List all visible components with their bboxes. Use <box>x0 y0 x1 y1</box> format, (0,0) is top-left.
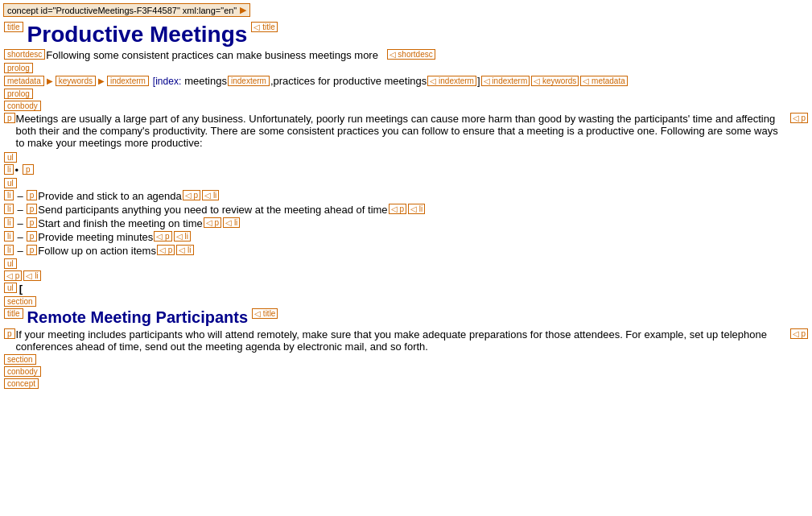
shortdesc-row: shortdesc Following some consistent prac… <box>3 49 809 61</box>
nested-ul-row: ul <box>3 178 809 188</box>
metadata-row: metadata ▶ keywords ▶ indexterm [index: … <box>3 75 809 87</box>
conbody-open-tag: conbody <box>4 101 41 111</box>
section-title-row: title Remote Meeting Participants ◁ titl… <box>3 308 809 327</box>
index-value2: practices for productive meetings <box>274 75 427 87</box>
prolog-open-tag: prolog <box>4 63 33 73</box>
li-first-row: li • p <box>3 164 809 176</box>
shortdesc-open-tag: shortdesc <box>4 49 45 60</box>
shortdesc-text: Following some consistent practices can … <box>46 49 378 61</box>
concept-close-tag: concept <box>4 378 39 389</box>
indexterm-close1: indexterm <box>228 76 270 86</box>
section-close-tag: section <box>4 354 36 365</box>
p-close-4: ◁ p <box>157 245 175 255</box>
list-item-0: li – p Provide and stick to an agenda ◁ … <box>3 190 809 202</box>
p-tag-nested: p <box>23 164 34 175</box>
p-tag-2: p <box>27 217 38 228</box>
li-tag-1: li <box>4 204 14 214</box>
list-item-3: li – p Provide meeting minutes ◁ p ◁ li <box>3 231 809 243</box>
prolog-close-row: prolog <box>3 89 809 99</box>
li-tag-0: li <box>4 190 14 200</box>
p-close-outer: ◁ p <box>4 270 22 281</box>
section2-para: If your meeting includes participants wh… <box>16 328 789 353</box>
prolog-row: prolog <box>3 63 809 73</box>
li-close-1: ◁ li <box>408 204 425 214</box>
li-close-3: ◁ li <box>174 231 191 241</box>
p-tag-4: p <box>27 245 38 255</box>
li-close-outer: ◁ li <box>23 270 40 281</box>
p-close-tag: ◁ p <box>790 113 808 123</box>
li-close-2: ◁ li <box>223 217 240 228</box>
list-item-1: li – p Send participants anything you ne… <box>3 204 809 216</box>
indexterm-open-tag: indexterm <box>107 76 149 86</box>
list-item-text-1: Send participants anything you need to r… <box>38 204 387 216</box>
p-close-3: ◁ p <box>154 231 171 241</box>
list-item-text-0: Provide and stick to an agenda <box>38 190 182 202</box>
indexterm-close4: ◁ indexterm <box>481 76 530 86</box>
shortdesc-close-tag: ◁ shortdesc <box>387 49 435 60</box>
title-open-tag: title <box>4 22 23 32</box>
concept-header-text: concept id="ProductiveMeetings-F3F44587"… <box>7 6 237 15</box>
section-open-row: section <box>3 296 809 307</box>
ul-close-row: ul [ <box>3 283 809 295</box>
section-para-row: p If your meeting includes participants … <box>3 328 809 353</box>
ul-close-tag: ul <box>4 283 17 293</box>
list-item-text-4: Follow up on action items <box>38 245 156 257</box>
section-open-tag: section <box>4 296 36 307</box>
section-close-row: section <box>3 354 809 365</box>
keywords-open-tag: keywords <box>56 76 96 86</box>
title-row: title Productive Meetings ◁ title <box>3 22 809 47</box>
conbody-close-tag: conbody <box>4 366 41 377</box>
ul-open-tag: ul <box>4 152 17 163</box>
p-tag-0: p <box>27 190 38 200</box>
li-open-tag: li <box>4 164 14 175</box>
list-item-text-3: Provide meeting minutes <box>38 231 153 243</box>
metadata-open-tag: metadata <box>4 76 44 86</box>
li-close-4: ◁ li <box>176 245 193 255</box>
li-tag-3: li <box>4 231 14 241</box>
indexterm-close2: ◁ indexterm <box>427 76 476 86</box>
section-title-close-tag: ◁ title <box>252 308 278 319</box>
keywords-close: ◁ keywords <box>531 76 579 86</box>
section2-title: Remote Meeting Participants <box>27 308 249 327</box>
list-item-2: li – p Start and finish the meeting on t… <box>3 217 809 229</box>
nested-ul-close-tag: ul <box>4 258 17 269</box>
para1-text: Meetings are usually a large part of any… <box>16 113 789 149</box>
ul-row: ul <box>3 152 809 163</box>
concept-header: concept id="ProductiveMeetings-F3F44587"… <box>3 3 250 17</box>
p-tag-3: p <box>27 231 38 241</box>
li-close-0: ◁ li <box>202 190 219 200</box>
prolog-close-tag: prolog <box>4 89 33 99</box>
conbody-row: conbody <box>3 101 809 111</box>
li-tag-2: li <box>4 217 14 228</box>
concept-close-row: concept <box>3 378 809 389</box>
concept-header-arrow: ▶ <box>240 5 246 15</box>
list-item-text-2: Start and finish the meeting on time <box>38 217 203 229</box>
nested-ul-close-row: ul <box>3 258 809 269</box>
li-p-close-row: ◁ p ◁ li <box>3 270 809 281</box>
title-close-tag: ◁ title <box>251 22 277 32</box>
p-close-0: ◁ p <box>183 190 200 200</box>
index-value1: meetings <box>184 75 227 87</box>
p-close-2: ◁ p <box>204 217 221 228</box>
p-tag-1: p <box>27 204 38 214</box>
metadata-close: ◁ metadata <box>580 76 627 86</box>
section-p-open-tag: p <box>4 328 15 339</box>
li-tag-4: li <box>4 245 14 255</box>
main-title: Productive Meetings <box>27 22 248 47</box>
section-title-open-tag: title <box>4 308 23 319</box>
nested-ul-tag: ul <box>4 178 17 188</box>
p-open-tag: p <box>4 113 15 123</box>
list-item-4: li – p Follow up on action items ◁ p ◁ l… <box>3 245 809 257</box>
p-close-1: ◁ p <box>389 204 406 214</box>
conbody-close-row: conbody <box>3 366 809 377</box>
para1-row: p Meetings are usually a large part of a… <box>3 113 809 149</box>
section-p-close-tag: ◁ p <box>790 328 808 339</box>
